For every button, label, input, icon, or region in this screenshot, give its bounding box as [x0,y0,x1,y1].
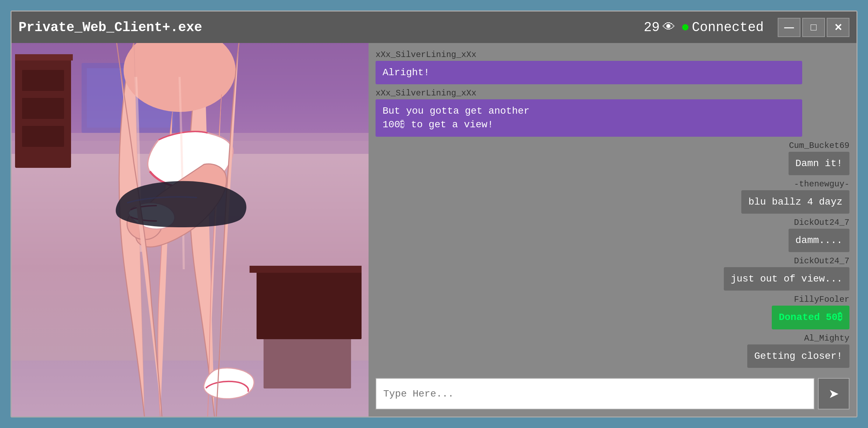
window-controls: — □ ✕ [778,18,849,37]
svg-rect-7 [257,269,362,339]
message-username: -thenewguy- [794,179,849,189]
message-block: FillyFooler Donated 50₿ [376,295,849,329]
message-username: Cum_Bucket69 [789,141,849,150]
eye-icon: 👁 [663,20,675,35]
maximize-button[interactable]: □ [802,18,825,37]
minimize-button[interactable]: — [778,18,800,37]
main-window: Private_Web_Client+.exe 29 👁 Connected —… [10,10,858,418]
chat-input-area: ➤ [376,378,849,409]
message-block: Al_Mighty Getting closer! [376,334,849,368]
message-bubble: Getting closer! [747,344,849,368]
character-svg [12,43,369,416]
message-bubble: Damn it! [789,152,849,175]
message-bubble: But you gotta get another100₿ to get a v… [376,99,802,136]
connected-label: Connected [692,20,764,35]
message-username: DickOut24_7 [794,218,849,227]
message-username: DickOut24_7 [794,256,849,266]
message-bubble: just out of view... [724,267,849,291]
anime-scene [12,43,369,416]
svg-rect-3 [15,54,73,60]
message-block: Cum_Bucket69 Damn it! [376,141,849,175]
messages-area[interactable]: xXx_SilverLining_xXx Alright! xXx_Silver… [376,50,849,371]
viewer-count: 29 👁 [644,20,675,35]
titlebar-right: 29 👁 Connected — □ ✕ [644,18,849,37]
video-area [12,43,369,416]
message-bubble: blu ballz 4 dayz [741,190,849,214]
svg-rect-5 [22,98,64,119]
viewer-number: 29 [644,20,660,35]
message-username: xXx_SilverLining_xXx [376,50,849,59]
chat-input[interactable] [376,378,814,409]
message-block: xXx_SilverLining_xXx Alright! [376,50,849,84]
svg-rect-4 [22,70,64,91]
window-title: Private_Web_Client+.exe [19,20,644,35]
svg-rect-8 [250,266,362,273]
send-arrow-icon: ➤ [828,386,839,401]
send-button[interactable]: ➤ [818,378,849,409]
connection-status: Connected [682,20,764,35]
message-username: Al_Mighty [804,334,849,343]
online-dot [682,24,688,30]
message-block: DickOut24_7 just out of view... [376,256,849,291]
message-username: xXx_SilverLining_xXx [376,88,849,98]
message-bubble: damm.... [789,229,849,252]
titlebar: Private_Web_Client+.exe 29 👁 Connected —… [12,12,856,43]
message-block: -thenewguy- blu ballz 4 dayz [376,179,849,214]
message-block: xXx_SilverLining_xXx But you gotta get a… [376,88,849,136]
message-bubble: Alright! [376,61,802,84]
close-button[interactable]: ✕ [827,18,849,37]
donation-bubble: Donated 50₿ [772,306,849,329]
chat-panel: xXx_SilverLining_xXx Alright! xXx_Silver… [369,43,856,416]
message-username: FillyFooler [794,295,849,304]
message-block: DickOut24_7 damm.... [376,218,849,252]
svg-rect-6 [22,126,64,147]
main-content: xXx_SilverLining_xXx Alright! xXx_Silver… [12,43,856,416]
